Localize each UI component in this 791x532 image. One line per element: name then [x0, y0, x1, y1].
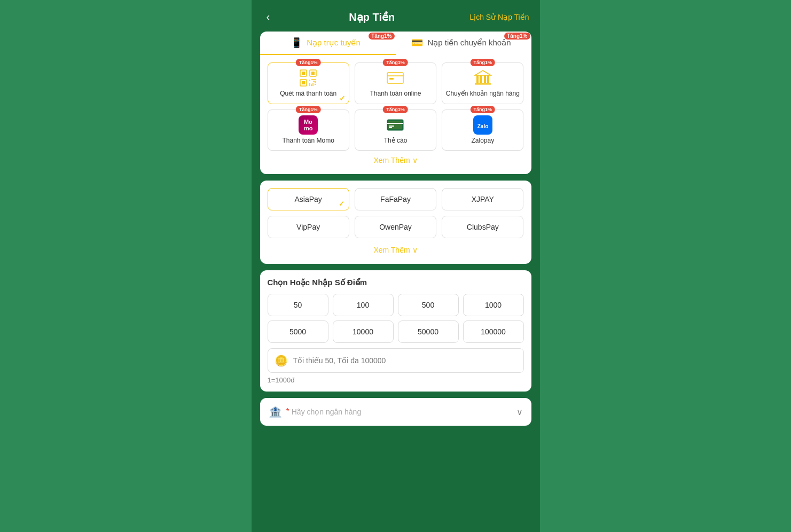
header: ‹ Nạp Tiền Lịch Sử Nạp Tiền [252, 0, 540, 32]
zalopay-icon: Zalo [473, 115, 492, 135]
tabs-container: Tăng1% 📱 Nạp trực tuyến Tăng1% 💳 Nạp tiề… [260, 32, 531, 174]
qr-badge: Tăng1% [296, 59, 321, 66]
payment-item-thecao[interactable]: Tăng1% Thẻ cào [355, 109, 436, 151]
back-button[interactable]: ‹ [262, 9, 275, 25]
amount-input-row: 🪙 [268, 348, 524, 373]
channels-section: AsiaPay FaFaPay XJPAY VipPay OwenPay Clu… [260, 181, 531, 264]
rate-text: 1=1000đ [268, 376, 524, 384]
svg-rect-26 [389, 126, 394, 127]
history-link[interactable]: Lịch Sử Nạp Tiền [469, 13, 529, 21]
phone-container: ‹ Nạp Tiền Lịch Sử Nạp Tiền Tăng1% 📱 Nạp… [252, 0, 540, 532]
thecao-label: Thẻ cào [384, 137, 408, 145]
svg-rect-19 [480, 75, 482, 83]
svg-rect-27 [389, 127, 392, 128]
online-pay-icon [386, 68, 405, 88]
see-more-channels-chevron: ∨ [412, 246, 418, 254]
bank-chevron-icon: ∨ [516, 407, 523, 417]
tab-transfer-label: Nạp tiền chuyển khoản [427, 38, 511, 48]
svg-rect-18 [476, 75, 479, 83]
bank-icon: 🏦 [269, 405, 282, 418]
payment-item-zalopay[interactable]: Tăng1% Zalo Zalopay [442, 109, 523, 151]
amount-1000[interactable]: 1000 [463, 294, 524, 316]
payment-item-online[interactable]: Tăng1% Thanh toán online [355, 62, 436, 104]
amount-grid: 50 100 500 1000 5000 10000 50000 100000 [268, 294, 524, 343]
bank-transfer-icon [473, 68, 492, 88]
see-more-methods[interactable]: Xem Thêm ∨ [268, 151, 524, 167]
channel-owenpay[interactable]: OwenPay [355, 216, 436, 238]
channel-clubspay[interactable]: ClubsPay [442, 216, 523, 238]
payment-item-bank[interactable]: Tăng1% Chuyển khoản ngân hàng [442, 62, 523, 104]
amount-100000[interactable]: 100000 [463, 320, 524, 343]
bank-required-marker: * [286, 407, 289, 417]
amount-10000[interactable]: 10000 [333, 320, 394, 343]
see-more-chevron: ∨ [412, 156, 418, 165]
thecao-icon [386, 115, 405, 135]
payment-methods-section: Tăng1% [260, 55, 531, 174]
online-label: Thanh toán online [370, 90, 421, 98]
amount-50[interactable]: 50 [268, 294, 328, 316]
amount-input[interactable] [293, 356, 517, 365]
svg-rect-14 [387, 73, 403, 83]
momo-badge: Tăng1% [296, 106, 321, 113]
svg-rect-16 [389, 78, 394, 80]
svg-rect-5 [302, 81, 305, 84]
svg-text:Zalo: Zalo [477, 123, 489, 129]
bank-badge: Tăng1% [471, 59, 496, 66]
tab-transfer[interactable]: Tăng1% 💳 Nạp tiền chuyển khoản [396, 32, 531, 55]
payment-methods-grid: Tăng1% [268, 62, 524, 151]
svg-rect-20 [484, 75, 486, 83]
qr-label: Quét mã thanh toán [280, 90, 336, 98]
channel-grid: AsiaPay FaFaPay XJPAY VipPay OwenPay Clu… [268, 188, 524, 238]
bank-select-row[interactable]: 🏦 * Hãy chọn ngân hàng ∨ [260, 398, 531, 426]
tab-transfer-badge: Tăng1% [504, 33, 530, 40]
channel-asiapay[interactable]: AsiaPay [268, 188, 349, 210]
channel-xjpay[interactable]: XJPAY [442, 188, 523, 210]
tab-transfer-icon: 💳 [411, 37, 423, 49]
amount-100[interactable]: 100 [333, 294, 394, 316]
zalopay-badge: Tăng1% [471, 106, 496, 113]
tab-online-icon: 📱 [291, 37, 302, 49]
page-title: Nạp Tiền [349, 11, 395, 24]
see-more-label: Xem Thêm [373, 156, 410, 165]
coins-icon: 🪙 [275, 354, 288, 367]
momo-icon: Momo [299, 115, 318, 135]
payment-item-qr[interactable]: Tăng1% [268, 62, 349, 104]
thecao-badge: Tăng1% [383, 106, 408, 113]
momo-label: Thanh toán Momo [282, 137, 334, 145]
bank-transfer-label: Chuyển khoản ngân hàng [446, 90, 520, 98]
online-badge: Tăng1% [383, 59, 408, 66]
see-more-channels-label: Xem Thêm [373, 246, 410, 254]
svg-rect-24 [388, 121, 402, 129]
svg-rect-21 [487, 75, 489, 83]
bank-placeholder: Hãy chọn ngân hàng [292, 408, 516, 416]
tabs-row: Tăng1% 📱 Nạp trực tuyến Tăng1% 💳 Nạp tiề… [260, 32, 531, 55]
see-more-channels[interactable]: Xem Thêm ∨ [268, 240, 524, 256]
zalopay-label: Zalopay [471, 137, 494, 145]
svg-marker-17 [475, 71, 491, 75]
channel-fafapay[interactable]: FaFaPay [355, 188, 436, 210]
tab-online[interactable]: Tăng1% 📱 Nạp trực tuyến [260, 32, 396, 55]
payment-item-momo[interactable]: Tăng1% Momo Thanh toán Momo [268, 109, 349, 151]
svg-rect-22 [475, 83, 491, 85]
svg-rect-3 [311, 72, 315, 75]
channel-vippay[interactable]: VipPay [268, 216, 349, 238]
amount-5000[interactable]: 5000 [268, 320, 328, 343]
amount-500[interactable]: 500 [398, 294, 459, 316]
amount-50000[interactable]: 50000 [398, 320, 459, 343]
amount-section: Chọn Hoặc Nhập Số Điểm 50 100 500 1000 5… [260, 270, 531, 392]
amount-title: Chọn Hoặc Nhập Số Điểm [268, 278, 524, 287]
momo-logo: Momo [299, 115, 318, 135]
tab-online-label: Nạp trực tuyến [307, 38, 361, 48]
qr-icon [299, 68, 318, 88]
tab-online-badge: Tăng1% [369, 33, 394, 40]
svg-rect-1 [302, 72, 305, 75]
main-content: Tăng1% 📱 Nạp trực tuyến Tăng1% 💳 Nạp tiề… [252, 32, 540, 443]
zalopay-logo: Zalo [473, 115, 492, 135]
